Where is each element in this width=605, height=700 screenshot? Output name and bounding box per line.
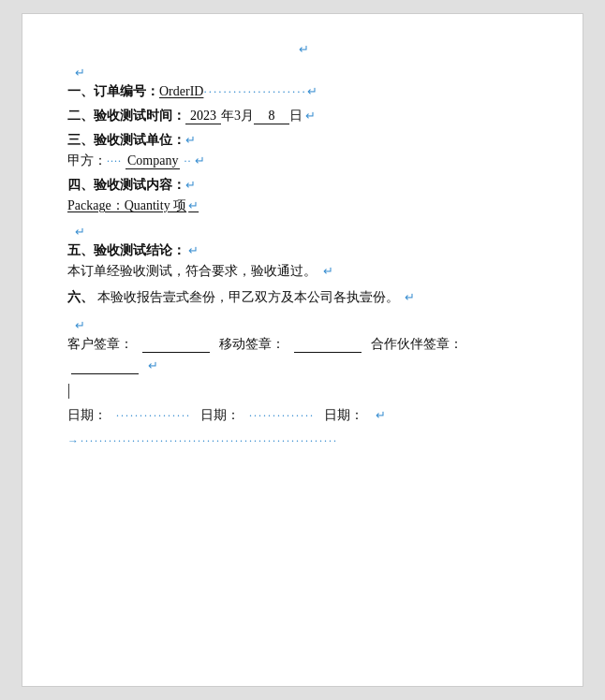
section-content: 四、验收测试内容： ↵ Package：Quantity 项 ↵ [67, 177, 538, 214]
section-conclusion: 五、验收测试结论： ↵ 本订单经验收测试，符合要求，验收通过。 ↵ [67, 242, 538, 280]
sig-partner-label: 合作伙伴签章： [371, 336, 463, 353]
date-row: 日期： ················ 日期： ·············· … [67, 407, 538, 424]
date1-label: 日期： [67, 407, 107, 424]
section-order-id: 一、订单编号： OrderID ····················· ↵ [67, 83, 538, 100]
spacer-2: ↵ [67, 222, 538, 242]
signature-row: 客户签章： 移动签章： 合作伙伴签章： ↵ [67, 336, 538, 374]
cursor-line: | [67, 380, 538, 400]
conclusion-text: 本订单经验收测试，符合要求，验收通过。 ↵ [67, 263, 538, 280]
cursor-mark: | [67, 382, 70, 398]
section-date: 二、验收测试时间： 2023 年 3 月 8 日 ↵ [67, 108, 538, 124]
date3-label: 日期： [324, 407, 363, 424]
sig-customer-label: 客户签章： [67, 336, 133, 353]
unit-label: 三、验收测试单位： [67, 132, 185, 149]
company-value: Company [125, 153, 180, 169]
date-day: 8 [254, 109, 289, 124]
order-id-value: OrderID [159, 84, 203, 99]
section-unit: 三、验收测试单位： ↵ 甲方： ···· Company ·· ↵ [67, 132, 538, 169]
order-id-dots: ····················· [203, 84, 306, 99]
date-day-suffix: 日 [289, 108, 302, 124]
date-label: 二、验收测试时间： [67, 108, 185, 124]
bottom-arrow-dots: →·······································… [67, 434, 338, 447]
package-content: Package：Quantity 项 [67, 197, 186, 214]
sig-mobile-label: 移动签章： [219, 336, 285, 353]
sig-customer-blank [142, 337, 210, 353]
package-line: Package：Quantity 项 ↵ [67, 197, 538, 214]
date-year: 2023 [185, 109, 221, 124]
date-month: 3 [234, 109, 241, 124]
return-mark-title: ↵ [299, 42, 309, 57]
content-label: 四、验收测试内容： [67, 177, 185, 194]
date2-label: 日期： [200, 407, 240, 424]
bottom-arrow-row: →·······································… [67, 431, 538, 448]
sig-mobile-blank [294, 337, 362, 353]
date-year-suffix: 年 [221, 108, 234, 124]
order-id-label: 一、订单编号： [67, 83, 159, 100]
section-note: 六、 本验收报告壹式叁份，甲乙双方及本公司各执壹份。 ↵ [67, 287, 538, 308]
date-month-suffix: 月 [241, 108, 254, 124]
note-content: 本验收报告壹式叁份，甲乙双方及本公司各执壹份。 [97, 290, 399, 304]
note-label-six: 六、 [67, 290, 94, 304]
conclusion-label: 五、验收测试结论： [67, 242, 185, 259]
spacer-3: ↵ [67, 315, 538, 336]
document-page: ↵ ↵ 一、订单编号： OrderID ····················… [22, 13, 583, 687]
spacer-1: ↵ [67, 63, 538, 83]
party-label: 甲方： [67, 153, 107, 169]
note-text: 六、 本验收报告壹式叁份，甲乙双方及本公司各执壹份。 ↵ [67, 287, 538, 308]
sig-partner-blank [71, 358, 139, 374]
